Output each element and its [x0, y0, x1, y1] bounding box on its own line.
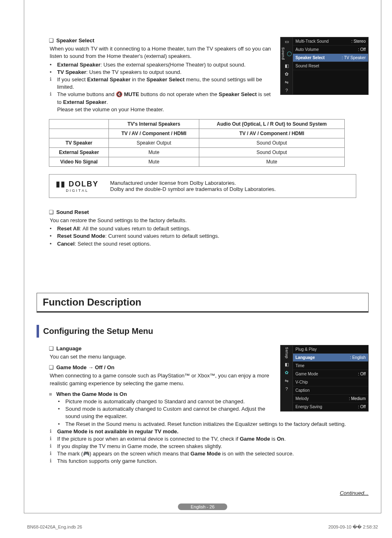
sound-reset-title: Sound Reset	[56, 209, 89, 216]
th-sources-2: TV / AV / Component / HDMI	[199, 129, 344, 138]
note-supports-game: ℹThis function supports only game functi…	[50, 458, 369, 465]
language-desc: You can set the menu language.	[50, 353, 275, 361]
th-sources-1: TV / AV / Component / HDMI	[109, 129, 199, 138]
sound-output-table: TV's Internal Speakers Audio Out (Optica…	[49, 119, 345, 167]
osd-setup-label: Setup	[285, 347, 289, 359]
input-icon: ⇋	[284, 378, 290, 383]
osd-row-speaker-select: Speaker Select: TV Speaker	[293, 54, 368, 62]
configuring-setup-header: Configuring the Setup Menu	[37, 325, 369, 338]
bullet-reset-all: •Reset All: All the sound values return …	[50, 225, 369, 232]
osd-row-energy-saving: Energy Saving: Off	[293, 403, 368, 411]
sound-reset-desc: You can restore the Sound settings to th…	[50, 217, 369, 224]
game-controller-icon: 🎮	[83, 451, 90, 457]
section-speaker-select: ❑ Speaker Select	[49, 37, 275, 44]
channel-icon: ◧	[284, 63, 290, 68]
osd-row-sound-reset: Sound Reset	[293, 62, 368, 70]
game-on-bullet: •Picture mode is automatically changed t…	[58, 398, 275, 405]
language-title: Language	[56, 345, 81, 352]
bullet-cancel: •Cancel: Select the sound reset options.	[50, 240, 369, 248]
sound-icon: ◯	[286, 51, 293, 56]
page-number-badge: English - 26	[178, 504, 227, 510]
input-icon: ⇋	[284, 80, 290, 85]
osd-row-plug-play: Plug & Play	[293, 345, 368, 354]
footer-left: BN68-02426A_Eng.indb 26	[27, 524, 82, 530]
table-row: Video No SignalMuteMute	[49, 157, 345, 166]
section-sound-reset: ❑ Sound Reset	[49, 209, 369, 216]
table-row: TV SpeakerSpeaker OutputSound Output	[49, 138, 345, 147]
note-game-mode-not-available: ℹGame Mode is not available in regular T…	[50, 428, 369, 435]
bullet-external-speaker: • External Speaker: Uses the external sp…	[50, 61, 275, 69]
osd-row-language: Language: English	[293, 354, 368, 362]
section-game-mode: ❑ Game Mode → Off / On	[49, 364, 275, 371]
support-icon: ?	[284, 88, 290, 93]
section-language: ❑ Language	[49, 345, 275, 352]
setup-icon: ✿	[284, 370, 290, 375]
dolby-logo: ▮▮ DOLBY DIGITAL	[56, 179, 99, 193]
note-external-speaker-limit: ℹ If you select External Speaker in the …	[50, 76, 275, 91]
th-internal: TV's Internal Speakers	[109, 119, 199, 129]
osd-row-autovolume: Auto Volume: Off	[293, 46, 368, 54]
osd-sound-label: Sound	[281, 47, 285, 60]
speaker-select-desc: When you watch TV with it connecting to …	[50, 45, 275, 60]
game-on-bullet: •Sound mode is automatically changed to …	[58, 405, 275, 420]
osd-sound-menu: ▭ Sound ◯ ◧ ✿ ⇋ ? Multi-Track Sound: Ste…	[280, 37, 369, 95]
osd-row-vchip: V-Chip	[293, 378, 368, 386]
speaker-select-title: Speaker Select	[56, 37, 95, 44]
note-mark-icon: ℹThe mark (🎮) appears on the screen whic…	[50, 450, 369, 458]
bullet-reset-sound-mode: •Reset Sound Mode: Current sound values …	[50, 232, 369, 240]
function-description-header: Function Description	[37, 293, 369, 313]
dolby-line1: Manufactured under license from Dolby La…	[110, 180, 276, 186]
osd-row-multitrack: Multi-Track Sound: Stereo	[293, 37, 368, 46]
th-blank	[49, 119, 109, 129]
game-mode-desc: When connecting to a game console such a…	[50, 372, 275, 387]
mute-icon: 🔇	[116, 91, 122, 97]
dolby-line2: Dolby and the double-D symbol are tradem…	[110, 186, 276, 192]
osd-row-time: Time	[293, 362, 368, 370]
note-screen-shakes: ℹIf you display the TV menu in Game mode…	[50, 443, 369, 450]
bullet-tv-speaker: • TV Speaker: Uses the TV speakers to ou…	[50, 69, 275, 76]
support-icon: ?	[284, 386, 290, 391]
note-picture-poor: ℹIf the picture is poor when an external…	[50, 435, 369, 443]
th-audio-out: Audio Out (Optical, L / R Out) to Sound …	[199, 119, 344, 129]
setup-icon: ✿	[284, 71, 290, 76]
osd-setup-menu: Setup ◧ ✿ ⇋ ? Plug & Play Language: Engl…	[280, 345, 369, 412]
osd-row-melody: Melody: Medium	[293, 395, 368, 403]
section-game-on: ■ When the Game Mode is On	[49, 391, 275, 398]
dolby-notice-box: ▮▮ DOLBY DIGITAL Manufactured under lice…	[49, 174, 356, 198]
footer-right: 2009-09-10 �� 2:58:32	[328, 524, 378, 530]
osd-row-caption: Caption	[293, 386, 368, 395]
continued-indicator: Continued...	[37, 490, 369, 496]
picture-icon: ▭	[284, 39, 290, 44]
game-on-bullet: •The Reset in the Sound menu is activate…	[58, 421, 369, 428]
channel-icon: ◧	[284, 362, 290, 367]
osd-row-game-mode: Game Mode: Off	[293, 370, 368, 378]
page-footer: BN68-02426A_Eng.indb 26 2009-09-10 �� 2:…	[24, 524, 381, 530]
game-on-title: When the Game Mode is On	[56, 391, 127, 398]
note-mute-buttons: ℹ The volume buttons and 🔇 MUTE buttons …	[50, 91, 275, 113]
game-mode-title: Game Mode → Off / On	[56, 364, 115, 371]
table-row: External SpeakerMuteSound Output	[49, 147, 345, 157]
